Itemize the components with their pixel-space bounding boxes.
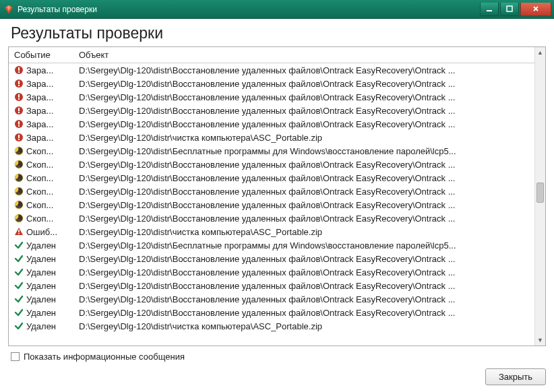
svg-rect-13: [18, 112, 20, 113]
close-button[interactable]: Закрыть: [485, 368, 546, 385]
window-title: Результаты проверки: [18, 5, 480, 14]
svg-point-23: [18, 164, 20, 166]
event-label: Удален: [26, 254, 56, 264]
table-row[interactable]: Зара...D:\Sergey\Dlg-120\distr\Восстанов…: [9, 104, 534, 117]
table-row[interactable]: Зара...D:\Sergey\Dlg-120\distr\Восстанов…: [9, 117, 534, 131]
table-row[interactable]: Скоп...D:\Sergey\Dlg-120\distr\Восстанов…: [9, 158, 534, 171]
event-cell: Удален: [9, 306, 73, 319]
table-row[interactable]: УдаленD:\Sergey\Dlg-120\distr\чистка ком…: [9, 319, 534, 333]
event-label: Удален: [26, 281, 56, 291]
table-row[interactable]: Скоп...D:\Sergey\Dlg-120\distr\Восстанов…: [9, 185, 534, 198]
infected-icon: [14, 119, 24, 129]
table-row[interactable]: Зара...D:\Sergey\Dlg-120\distr\чистка ко…: [9, 131, 534, 144]
event-cell: Удален: [9, 292, 73, 306]
svg-rect-12: [18, 108, 20, 111]
event-label: Скоп...: [26, 160, 53, 170]
svg-point-29: [18, 204, 20, 206]
svg-rect-19: [18, 139, 20, 140]
scroll-thumb[interactable]: [536, 183, 544, 203]
error-icon: [14, 227, 24, 236]
svg-rect-10: [18, 98, 20, 100]
table-row[interactable]: УдаленD:\Sergey\Dlg-120\distr\Восстановл…: [9, 292, 534, 306]
titlebar: Результаты проверки: [0, 0, 554, 19]
event-label: Зара...: [26, 79, 53, 89]
event-cell: Удален: [9, 265, 73, 279]
event-cell: Скоп...: [9, 171, 73, 185]
svg-rect-6: [18, 81, 20, 84]
results-list: Событие Объект Зара...D:\Sergey\Dlg-120\…: [8, 46, 546, 346]
table-row[interactable]: Зара...D:\Sergey\Dlg-120\distr\Восстанов…: [9, 77, 534, 90]
deleted-icon: [14, 308, 24, 317]
checkbox-label: Показать информационные сообщения: [24, 352, 185, 362]
deleted-icon: [14, 294, 24, 304]
object-cell: D:\Sergey\Dlg-120\distr\Восстановление у…: [73, 292, 534, 306]
column-header-event[interactable]: Событие: [9, 47, 73, 63]
page-title: Результаты проверки: [11, 24, 543, 42]
object-cell: D:\Sergey\Dlg-120\distr\Бесплатные прогр…: [73, 238, 534, 252]
table-row[interactable]: Зара...D:\Sergey\Dlg-120\distr\Восстанов…: [9, 90, 534, 104]
table-row[interactable]: Скоп...D:\Sergey\Dlg-120\distr\Бесплатны…: [9, 144, 534, 158]
vertical-scrollbar[interactable]: ▲ ▼: [534, 47, 545, 346]
table-row[interactable]: УдаленD:\Sergey\Dlg-120\distr\Восстановл…: [9, 306, 534, 319]
riskware-icon: [14, 200, 24, 209]
event-label: Зара...: [26, 106, 53, 116]
event-cell: Скоп...: [9, 198, 73, 211]
event-cell: Скоп...: [9, 158, 73, 171]
scroll-up-icon[interactable]: ▲: [535, 47, 545, 58]
object-cell: D:\Sergey\Dlg-120\distr\Восстановление у…: [73, 306, 534, 319]
event-label: Удален: [26, 240, 56, 251]
object-cell: D:\Sergey\Dlg-120\distr\Бесплатные прогр…: [73, 144, 534, 158]
event-cell: Скоп...: [9, 185, 73, 198]
event-cell: Ошиб...: [9, 225, 73, 238]
table-row[interactable]: Зара...D:\Sergey\Dlg-120\distr\Восстанов…: [9, 63, 534, 77]
svg-rect-9: [18, 94, 20, 98]
infected-icon: [14, 106, 24, 115]
svg-rect-3: [18, 67, 20, 71]
event-label: Удален: [26, 321, 56, 331]
event-cell: Зара...: [9, 104, 73, 117]
event-label: Скоп...: [26, 146, 53, 156]
event-label: Скоп...: [26, 173, 53, 183]
table-row[interactable]: Скоп...D:\Sergey\Dlg-120\distr\Восстанов…: [9, 211, 534, 225]
object-cell: D:\Sergey\Dlg-120\distr\Восстановление у…: [73, 77, 534, 90]
table-row[interactable]: УдаленD:\Sergey\Dlg-120\distr\Восстановл…: [9, 252, 534, 265]
close-window-button[interactable]: [520, 3, 551, 16]
minimize-button[interactable]: [480, 3, 499, 16]
content-area: Результаты проверки Событие Объект Зара.…: [0, 19, 554, 392]
scroll-down-icon[interactable]: ▼: [535, 335, 545, 346]
deleted-icon: [14, 321, 24, 331]
scroll-track[interactable]: [535, 58, 545, 335]
riskware-icon: [14, 173, 24, 183]
event-label: Зара...: [26, 133, 53, 143]
event-label: Ошиб...: [26, 227, 57, 237]
svg-rect-15: [18, 121, 20, 125]
svg-rect-4: [18, 71, 20, 73]
maximize-button[interactable]: [500, 3, 519, 16]
deleted-icon: [14, 281, 24, 290]
event-cell: Скоп...: [9, 211, 73, 225]
column-header-object[interactable]: Объект: [73, 47, 534, 63]
svg-rect-16: [18, 125, 20, 127]
event-cell: Удален: [9, 238, 73, 252]
table-row[interactable]: Скоп...D:\Sergey\Dlg-120\distr\Восстанов…: [9, 198, 534, 211]
infected-icon: [14, 133, 24, 142]
table-row[interactable]: Скоп...D:\Sergey\Dlg-120\distr\Восстанов…: [9, 171, 534, 185]
table-row[interactable]: УдаленD:\Sergey\Dlg-120\distr\Восстановл…: [9, 279, 534, 292]
app-logo-icon: [4, 5, 13, 14]
button-row: Закрыть: [8, 368, 546, 385]
event-cell: Зара...: [9, 90, 73, 104]
show-info-checkbox[interactable]: Показать информационные сообщения: [11, 352, 185, 362]
event-label: Удален: [26, 294, 56, 304]
table-row[interactable]: Ошиб...D:\Sergey\Dlg-120\distr\чистка ко…: [9, 225, 534, 238]
event-label: Зара...: [26, 65, 53, 75]
riskware-icon: [14, 187, 24, 196]
event-label: Скоп...: [26, 187, 53, 197]
table-row[interactable]: УдаленD:\Sergey\Dlg-120\distr\Бесплатные…: [9, 238, 534, 252]
infected-icon: [14, 92, 24, 102]
event-label: Удален: [26, 267, 56, 277]
svg-rect-18: [18, 135, 20, 138]
object-cell: D:\Sergey\Dlg-120\distr\Восстановление у…: [73, 90, 534, 104]
event-cell: Зара...: [9, 63, 73, 77]
event-cell: Зара...: [9, 77, 73, 90]
table-row[interactable]: УдаленD:\Sergey\Dlg-120\distr\Восстановл…: [9, 265, 534, 279]
